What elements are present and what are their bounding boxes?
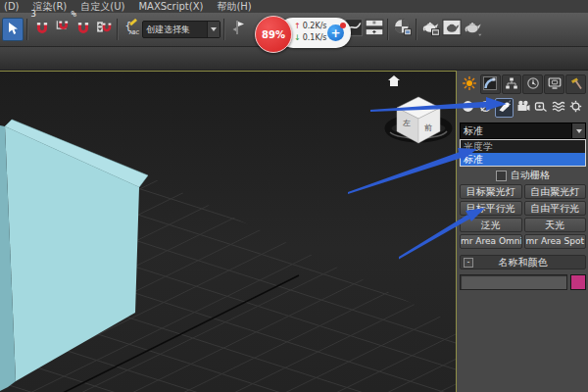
menu-item-maxscript[interactable]: MAXScript(X) bbox=[138, 0, 203, 13]
combo-dropdown-button[interactable] bbox=[207, 22, 220, 37]
omni-button[interactable]: 泛光 bbox=[460, 218, 522, 232]
hierarchy-icon bbox=[505, 76, 518, 92]
category-lights[interactable] bbox=[495, 98, 514, 118]
rollout-title: 名称和颜色 bbox=[461, 256, 585, 270]
autogrid-row: 自动栅格 bbox=[460, 169, 586, 182]
angle-snap-button[interactable] bbox=[52, 18, 73, 41]
object-name-field[interactable] bbox=[460, 274, 567, 290]
mirror-icon bbox=[232, 20, 246, 39]
spacewarp-waves-icon bbox=[552, 100, 565, 115]
menu-item-rendering[interactable]: 渲染(R) bbox=[33, 0, 68, 13]
camera-icon bbox=[516, 100, 530, 115]
category-helpers[interactable] bbox=[532, 99, 549, 117]
category-geometry[interactable] bbox=[460, 99, 476, 117]
light-category-dropdown-button[interactable] bbox=[571, 123, 585, 138]
plus-icon: + bbox=[330, 27, 340, 39]
angle-snap-icon bbox=[55, 20, 71, 39]
create-categories bbox=[460, 95, 586, 120]
menu-item-graph-editors[interactable]: (D) bbox=[4, 0, 20, 13]
notification-dot bbox=[340, 23, 346, 28]
svg-text:ABC: ABC bbox=[128, 29, 139, 35]
material-editor-button[interactable] bbox=[392, 18, 413, 41]
tab-create[interactable] bbox=[460, 74, 479, 94]
target-spot-button[interactable]: 目标聚光灯 bbox=[460, 184, 522, 199]
viewcube-home-icon[interactable] bbox=[388, 75, 400, 86]
skylight-button[interactable]: 天光 bbox=[524, 218, 587, 232]
named-selection-set-value: 创建选择集 bbox=[143, 24, 207, 36]
max-window: (D) 渲染(R) 自定义(U) MAXScript(X) 帮助(H) 3 % bbox=[0, 0, 588, 392]
percent-snap-button[interactable]: % bbox=[73, 18, 93, 41]
light-category-value: 标准 bbox=[461, 124, 571, 138]
list-item-standard[interactable]: 标准 bbox=[461, 153, 585, 166]
shapes-icon bbox=[479, 100, 492, 115]
mirror-button[interactable] bbox=[228, 18, 249, 41]
list-item-photometric[interactable]: 光度学 bbox=[461, 140, 585, 153]
display-icon bbox=[548, 76, 562, 92]
tape-measure-icon bbox=[534, 100, 547, 115]
category-shapes[interactable] bbox=[477, 99, 494, 117]
schematic-view-button[interactable] bbox=[364, 18, 384, 41]
target-direct-button[interactable]: 目标平行光 bbox=[460, 201, 522, 216]
select-object-button[interactable] bbox=[2, 18, 24, 41]
select-arrow-icon bbox=[7, 21, 19, 39]
geometry-sphere-icon bbox=[462, 100, 474, 115]
render-setup-teapot-icon bbox=[421, 19, 441, 40]
box-object[interactable] bbox=[0, 120, 148, 391]
light-type-buttons: 目标聚光灯 自由聚光灯 目标平行光 自由平行光 泛光 天光 mr Area Om… bbox=[460, 184, 586, 249]
download-speeds: ↑0.2K/s ↓0.1K/s bbox=[294, 21, 327, 44]
object-color-swatch[interactable] bbox=[570, 274, 586, 290]
spinner-snap-icon bbox=[96, 20, 112, 39]
menu-item-customize[interactable]: 自定义(U) bbox=[80, 0, 124, 13]
snap-3d-icon: 3 bbox=[35, 21, 49, 39]
light-category-dropdown[interactable]: 标准 bbox=[460, 122, 586, 139]
tab-utilities[interactable] bbox=[565, 74, 586, 94]
command-panel: 标准 光度学 标准 自动栅格 目标聚光灯 自由聚光灯 目标平行光 自由平行光 泛… bbox=[457, 71, 588, 392]
tab-display[interactable] bbox=[544, 74, 564, 94]
menu-item-help[interactable]: 帮助(H) bbox=[217, 0, 251, 13]
quick-render-teapot-icon bbox=[463, 19, 482, 40]
schematic-view-icon bbox=[365, 19, 384, 40]
render-setup-button[interactable] bbox=[420, 18, 441, 41]
rendered-frame-window-button[interactable] bbox=[441, 18, 462, 41]
download-overlay: ↑0.2K/s ↓0.1K/s + 89% bbox=[247, 15, 355, 52]
spinner-snap-button[interactable] bbox=[93, 18, 114, 41]
free-spot-button[interactable]: 自由聚光灯 bbox=[524, 184, 587, 199]
rollout-collapse-button[interactable]: - bbox=[464, 258, 473, 268]
tab-modify[interactable] bbox=[480, 74, 501, 94]
snap-toggle-3d-button[interactable]: 3 bbox=[31, 18, 52, 41]
category-spacewarps[interactable] bbox=[550, 99, 566, 117]
download-speed: 0.1K/s bbox=[303, 32, 327, 44]
viewcube-left-label: 左 bbox=[403, 119, 411, 127]
download-arrow-icon: ↓ bbox=[294, 32, 301, 44]
upload-arrow-icon: ↑ bbox=[294, 21, 301, 32]
main-toolbar: 3 % {ABC 创建选择集 bbox=[0, 13, 588, 47]
material-editor-icon bbox=[393, 18, 413, 41]
upload-speed: 0.2K/s bbox=[303, 21, 327, 32]
category-systems[interactable] bbox=[567, 99, 584, 117]
spotlight-icon bbox=[498, 100, 511, 115]
tab-hierarchy[interactable] bbox=[502, 74, 522, 94]
perspective-viewport[interactable]: 左 前 bbox=[0, 71, 457, 392]
category-cameras[interactable] bbox=[514, 99, 531, 117]
download-progress-badge[interactable]: 89% bbox=[255, 16, 292, 53]
name-color-row bbox=[460, 274, 586, 290]
modify-icon bbox=[483, 76, 497, 92]
autogrid-checkbox[interactable] bbox=[496, 171, 507, 181]
viewcube-front-label: 前 bbox=[424, 123, 432, 132]
utilities-hammer-icon bbox=[569, 76, 583, 92]
viewcube[interactable]: 左 前 bbox=[388, 97, 449, 143]
named-selection-set-combo[interactable]: 创建选择集 bbox=[142, 21, 220, 38]
quick-render-button[interactable] bbox=[462, 18, 482, 41]
viewport-scene: 左 前 bbox=[0, 72, 456, 392]
edit-named-selection-button[interactable]: {ABC bbox=[122, 18, 142, 41]
systems-gear-icon bbox=[569, 100, 582, 115]
percent-snap-icon: % bbox=[76, 21, 90, 39]
mr-area-spot-button[interactable]: mr Area Spot bbox=[524, 234, 587, 249]
name-color-rollout[interactable]: - 名称和颜色 bbox=[460, 255, 586, 270]
menu-bar: (D) 渲染(R) 自定义(U) MAXScript(X) 帮助(H) bbox=[0, 0, 588, 13]
tab-motion[interactable] bbox=[522, 74, 543, 94]
light-category-list: 光度学 标准 bbox=[460, 139, 586, 167]
mr-area-omni-button[interactable]: mr Area Omni bbox=[460, 234, 522, 249]
chevron-down-icon bbox=[211, 27, 217, 31]
free-direct-button[interactable]: 自由平行光 bbox=[524, 201, 587, 216]
